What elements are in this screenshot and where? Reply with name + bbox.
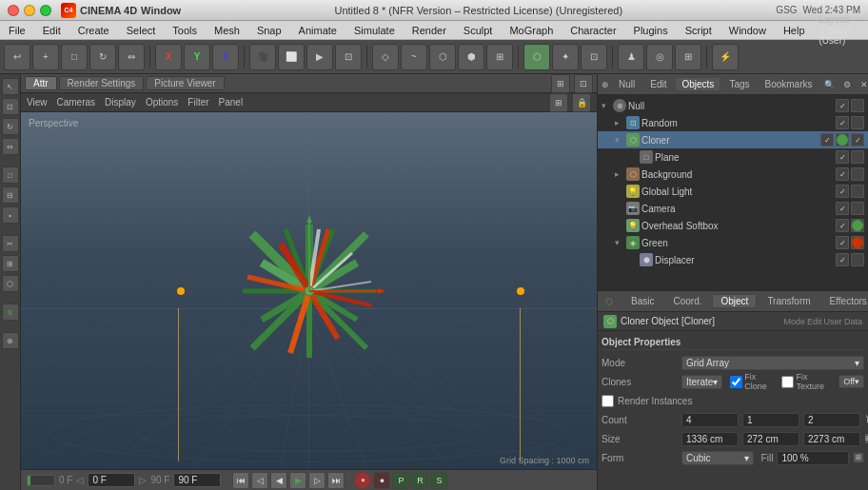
rp-tab-objects[interactable]: Objects <box>676 78 720 90</box>
prop-tab-transform[interactable]: Transform <box>759 294 819 308</box>
prop-count-z[interactable] <box>803 413 860 427</box>
left-icon-s[interactable]: S <box>2 304 19 321</box>
prop-size-z[interactable] <box>803 432 860 446</box>
left-icon-extrude[interactable]: ⬡ <box>2 275 19 292</box>
left-icon-edge[interactable]: ⊟ <box>2 186 19 204</box>
tree-cb-cloner-lock[interactable]: ✓ <box>851 133 864 147</box>
tool-material[interactable]: ◎ <box>646 44 673 70</box>
prop-size-y[interactable] <box>742 432 799 446</box>
menu-mesh[interactable]: Mesh <box>211 24 243 37</box>
record-auto-btn[interactable]: ● <box>373 472 390 489</box>
rp-icon-1[interactable]: ⊕ <box>602 77 609 92</box>
rp-search-icon[interactable]: 🔍 <box>822 77 838 92</box>
menu-script[interactable]: Script <box>682 24 715 37</box>
tool-rotate[interactable]: ↻ <box>89 44 116 70</box>
menu-render[interactable]: Render <box>409 24 449 37</box>
left-icon-vertex[interactable]: • <box>2 206 19 224</box>
tree-cb-bg-visible[interactable]: ✓ <box>836 167 849 181</box>
tree-item-null[interactable]: ▾ ⊕ Null ✓ <box>598 97 868 114</box>
viewport-icon-2[interactable]: ⊡ <box>574 74 593 93</box>
vmenu-panel[interactable]: Panel <box>219 97 244 108</box>
skip-start-btn[interactable]: ⏮ <box>232 472 249 489</box>
rp-tab-null[interactable]: Null <box>613 78 641 90</box>
tool-scene[interactable]: ⊞ <box>486 44 513 70</box>
fill-expand-icon[interactable]: ⊞ <box>853 452 864 463</box>
play-fwd-btn[interactable]: ▷ <box>308 472 326 489</box>
tree-cb-cam-visible[interactable]: ✓ <box>836 202 849 215</box>
tree-cb-lock[interactable] <box>851 99 864 112</box>
tool-y-axis[interactable]: Y <box>184 44 210 70</box>
prop-form-dropdown[interactable]: Cubic ▾ <box>681 451 754 465</box>
tree-cb-random-visible[interactable]: ✓ <box>836 116 849 129</box>
tool-camera[interactable]: 🎥 <box>249 44 276 70</box>
tool-effectors[interactable]: ✦ <box>552 44 579 70</box>
viewport-icon-1[interactable]: ⊞ <box>551 74 570 93</box>
prop-tab-coord[interactable]: Coord. <box>664 294 710 308</box>
rp-tab-edit[interactable]: Edit <box>644 78 672 90</box>
tree-cb-d1-lock[interactable] <box>851 253 864 266</box>
render-instances-checkbox[interactable] <box>602 395 614 407</box>
viewport-3d[interactable]: Perspective <box>21 112 597 469</box>
tree-item-background[interactable]: ▸ ⬡ Background ✓ <box>598 166 868 183</box>
tree-cb-cloner-visible[interactable]: ✓ <box>820 133 834 147</box>
prop-tab-effectors[interactable]: Effectors <box>821 294 868 308</box>
tree-cb-gl-lock[interactable] <box>851 185 864 198</box>
tool-benchmark[interactable]: ⚡ <box>712 44 739 70</box>
left-icon-rotate[interactable]: ↻ <box>2 118 19 135</box>
tool-undo[interactable]: ↩ <box>4 44 30 70</box>
tool-generator[interactable]: ⬡ <box>429 44 456 70</box>
record-scale-btn[interactable]: S <box>430 472 447 489</box>
menu-edit[interactable]: Edit <box>40 24 64 37</box>
tree-cb-visible[interactable]: ✓ <box>836 99 849 112</box>
tool-spline[interactable]: ~ <box>401 44 427 70</box>
tree-cb-gl-visible[interactable]: ✓ <box>836 185 849 198</box>
vmenu-cameras[interactable]: Cameras <box>57 97 96 108</box>
tree-cb-random-lock[interactable] <box>851 116 864 129</box>
tool-polygon[interactable]: ◇ <box>372 44 399 70</box>
tool-character[interactable]: ♟ <box>618 44 644 70</box>
record-btn[interactable]: ● <box>354 472 371 489</box>
tool-render-to[interactable]: ⊡ <box>335 44 362 70</box>
tool-x-axis[interactable]: X <box>155 44 182 70</box>
rp-tab-tags[interactable]: Tags <box>723 78 755 90</box>
tree-cb-d1-visible[interactable]: ✓ <box>836 253 849 266</box>
tool-cube[interactable]: □ <box>61 44 88 70</box>
left-icon-select[interactable]: ⊡ <box>2 98 19 115</box>
viewport-tab-render-settings[interactable]: Render Settings <box>59 76 145 90</box>
tree-cb-grn-dot[interactable] <box>851 236 864 249</box>
menu-tools[interactable]: Tools <box>169 24 200 37</box>
rp-close-icon[interactable]: ✕ <box>857 77 868 92</box>
rp-tab-bookmarks[interactable]: Bookmarks <box>760 78 819 90</box>
left-icon-scale[interactable]: ⇔ <box>2 138 19 155</box>
prop-tab-object[interactable]: Object <box>712 294 757 308</box>
prev-frame-btn[interactable]: ◁ <box>251 472 268 489</box>
tool-scale[interactable]: ⇔ <box>118 44 145 70</box>
tree-cb-cam-lock[interactable] <box>851 202 864 215</box>
play-btn[interactable]: ▶ <box>289 472 306 489</box>
tree-item-green[interactable]: ▾ ◈ Green ✓ <box>598 234 868 251</box>
tool-render[interactable]: ▶ <box>306 44 333 70</box>
current-frame-input[interactable] <box>88 473 135 487</box>
left-icon-snap[interactable]: ⊕ <box>2 332 19 349</box>
fix-texture-dropdown[interactable]: Off ▾ <box>838 375 864 388</box>
tool-cloner[interactable]: ⬡ <box>523 44 550 70</box>
menu-snap[interactable]: Snap <box>254 24 285 37</box>
tool-add[interactable]: + <box>32 44 59 70</box>
tree-item-random[interactable]: ▸ ⊡ Random ✓ <box>598 114 868 131</box>
tree-cb-plane-visible[interactable]: ✓ <box>836 150 849 164</box>
maximize-button[interactable] <box>40 5 51 16</box>
tree-cb-plane-lock[interactable] <box>851 150 864 164</box>
tree-cb-sb-visible[interactable]: ✓ <box>836 219 849 232</box>
menu-help[interactable]: Help <box>780 24 808 37</box>
tree-item-softbox[interactable]: 💡 Overhead Softbox ✓ <box>598 217 868 234</box>
prop-size-x[interactable] <box>681 432 739 446</box>
prop-fill-value[interactable] <box>777 451 849 465</box>
menu-file[interactable]: File <box>6 24 29 37</box>
tree-cb-bg-lock[interactable] <box>851 167 864 181</box>
tree-item-displacer-1[interactable]: ⬢ Displacer ✓ <box>598 251 868 268</box>
tool-deformer[interactable]: ⬢ <box>458 44 484 70</box>
viewport-expand-icon[interactable]: ⊞ <box>549 93 568 112</box>
menu-plugins[interactable]: Plugins <box>631 24 671 37</box>
menu-simulate[interactable]: Simulate <box>351 24 398 37</box>
tree-item-cloner[interactable]: ▾ ⬡ Cloner ✓ ✓ <box>598 131 868 148</box>
